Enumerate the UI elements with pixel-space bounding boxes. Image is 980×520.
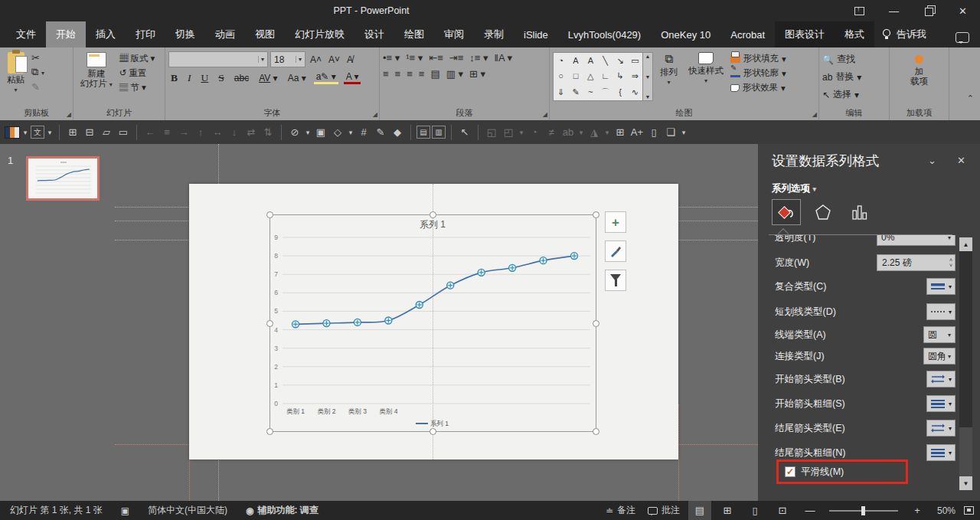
replace-button[interactable]: ab替换 ▾ [822, 70, 861, 83]
display-settings-icon[interactable]: ▣ [117, 501, 133, 520]
cut-icon[interactable]: ✂ [31, 53, 44, 64]
highlight-color-button[interactable]: a✎ ▾ [314, 71, 338, 84]
resize-handle[interactable] [266, 428, 273, 435]
theme-colors-icon[interactable] [5, 126, 20, 139]
ribbon-tab[interactable]: 文件 [6, 21, 46, 47]
zoom-slider-thumb[interactable] [861, 506, 865, 515]
layers-icon[interactable]: ❏ [663, 124, 678, 141]
ribbon-tab[interactable]: 幻灯片放映 [285, 21, 354, 47]
dropdown-caret[interactable]: ▾ [518, 124, 525, 141]
transparency-combo[interactable]: 0%▾ [877, 235, 956, 246]
bullets-button[interactable]: •≡ ▾ [383, 52, 400, 64]
shapes-gallery-icon[interactable]: ◇ [330, 124, 345, 141]
clear-formatting-button[interactable]: A̸ [345, 54, 355, 65]
dropdown-caret[interactable]: ▾ [347, 124, 354, 141]
tab-series-options[interactable] [845, 199, 874, 225]
spinner-arrows[interactable]: ˄˅ [949, 257, 955, 268]
shapes-gallery[interactable]: ◔AA╲↘▭○□△∟↳⇒⇓✎~⌒{∿ [553, 52, 643, 101]
join-type-dropdown[interactable]: 圆角▾ [923, 348, 956, 365]
quickbar-icon[interactable] [59, 125, 60, 140]
triangle-shape-icon[interactable]: △ [587, 71, 593, 81]
panel-close-button[interactable]: ✕ [957, 155, 965, 166]
smooth-line-checkbox[interactable]: ✓ [785, 466, 795, 477]
begin-arrow-size-dropdown[interactable]: ▾ [926, 395, 956, 412]
ribbon-tab[interactable]: 开始 [46, 21, 86, 47]
fit-to-window-icon[interactable] [964, 506, 974, 515]
reset-button[interactable]: ↺ 重置 [119, 67, 155, 79]
columns-button[interactable]: ▥ ▾ [446, 68, 463, 80]
quickbar-icon[interactable] [451, 125, 452, 140]
ribbon-tab[interactable]: Acrobat [720, 21, 775, 47]
find-button[interactable]: 🔍查找 [822, 53, 861, 66]
chart-object[interactable]: 系列 10123456789类别 1类别 2类别 3类别 4系列 1 [270, 214, 596, 432]
ribbon-tab[interactable]: 动画 [205, 21, 245, 47]
scrollbar-thumb[interactable] [959, 251, 972, 427]
picture-album-icon[interactable]: ▥ [432, 126, 446, 139]
font-size-combo[interactable]: 18▾ [270, 51, 305, 67]
text-direction-button[interactable]: ‖A ▾ [495, 52, 512, 64]
clipboard-dialog-launcher[interactable]: ◢ [67, 111, 71, 118]
font-name-combo[interactable]: ▾ [168, 51, 268, 67]
compound-type-dropdown[interactable]: ▾ [926, 278, 956, 295]
begin-arrow-type-dropdown[interactable]: ▾ [926, 371, 956, 388]
resize-handle[interactable] [593, 428, 599, 435]
table-insert-icon[interactable]: ⊞ [612, 124, 628, 141]
end-arrow-type-dropdown[interactable]: ▾ [926, 420, 956, 437]
arc-shape-icon[interactable]: ⌒ [601, 87, 609, 98]
zoom-in-button[interactable]: + [906, 501, 929, 520]
bold-button[interactable]: B [168, 72, 180, 84]
resize-handle[interactable] [430, 428, 436, 435]
font-color-button[interactable]: A ▾ [344, 71, 361, 84]
dropdown-caret[interactable]: ▾ [46, 124, 54, 141]
new-slide-button[interactable]: 新建幻灯片 ▾ [77, 50, 116, 92]
addins-button[interactable]: 加载项 [906, 50, 932, 89]
distribute-h-icon[interactable]: ⇄ [243, 124, 259, 141]
quick-styles-button[interactable]: 快速样式▾ [684, 50, 727, 87]
crop-icon[interactable]: # [356, 124, 371, 141]
comments-button[interactable]: 批注 [644, 501, 684, 520]
align-center-h-icon[interactable]: ≡ [159, 124, 175, 141]
align-center-button[interactable]: ≡ [395, 68, 401, 80]
layout-button[interactable]: ▦ 版式 ▾ [119, 53, 155, 64]
fragment-shapes-icon[interactable]: ◔ [527, 124, 542, 141]
chart-elements-button[interactable]: + [605, 211, 626, 233]
copy-size-icon[interactable]: ▱ [99, 124, 114, 141]
change-case-button[interactable]: Aa ▾ [286, 73, 309, 83]
quickbar-icon[interactable] [281, 125, 282, 140]
resize-handle[interactable] [593, 211, 599, 218]
format-painter-icon[interactable]: ✎ [31, 82, 44, 93]
gradient-icon[interactable]: ◮ [586, 124, 602, 141]
restore-button[interactable] [911, 0, 946, 21]
smartart-convert-button[interactable]: ⊞ ▾ [469, 68, 485, 80]
ellipse-shape-icon[interactable]: ○ [558, 71, 564, 80]
language-status[interactable]: 简体中文(中国大陆) [144, 501, 231, 520]
tab-effects[interactable] [808, 199, 838, 225]
ribbon-tab[interactable]: 插入 [86, 21, 126, 47]
tab-fill-line[interactable] [772, 199, 801, 225]
shape-fill-button[interactable]: 形状填充 ▾ [730, 53, 786, 64]
shrink-font-button[interactable]: A˅ [326, 54, 342, 65]
ribbon-tab[interactable]: OneKey 10 [651, 21, 720, 47]
scroll-up-button[interactable]: ▲ [959, 237, 972, 251]
text-effect-icon[interactable]: ab [560, 124, 576, 141]
line-spacing-button[interactable]: ↕≡ ▾ [469, 52, 488, 64]
collapse-ribbon-button[interactable]: ⌃ [967, 93, 974, 103]
underline-button[interactable]: U [199, 72, 211, 84]
panel-options-caret[interactable]: ⌄ [928, 155, 936, 166]
anchor-icon[interactable]: ≠ [544, 124, 559, 141]
dropdown-caret[interactable]: ▾ [577, 124, 585, 141]
font-grow-icon[interactable]: A+ [629, 124, 645, 141]
rounded-rect-icon[interactable]: □ [573, 71, 579, 80]
mini-caret[interactable]: ▾ [680, 124, 688, 141]
quickbar-icon[interactable] [478, 125, 479, 140]
italic-button[interactable]: I [185, 72, 194, 84]
select-pointer-icon[interactable]: ↖ [457, 124, 472, 141]
scroll-down-button[interactable]: ▼ [959, 476, 972, 490]
align-left-edge-icon[interactable]: ← [142, 124, 158, 141]
decrease-indent-button[interactable]: ⇤≡ [429, 52, 443, 64]
shape-effects-button[interactable]: 形状效果 ▾ [730, 82, 786, 93]
zoom-out-button[interactable]: — [799, 501, 822, 520]
rectangle-shape-icon[interactable]: ▭ [631, 56, 639, 66]
slide-sorter-view-button[interactable]: ⊞ [716, 501, 739, 520]
text-style-icon[interactable]: 文 [31, 126, 44, 139]
